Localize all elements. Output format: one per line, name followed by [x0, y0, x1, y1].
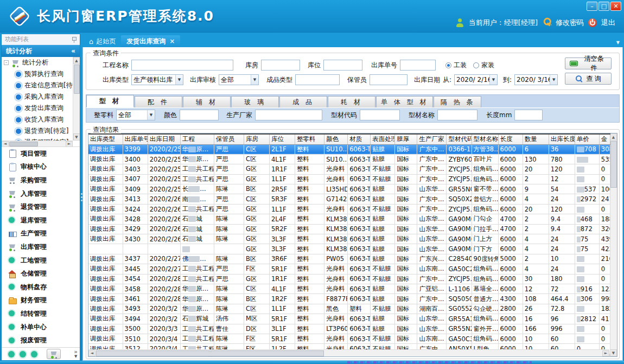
maximize-button[interactable]: □	[598, 2, 609, 11]
change-password-link[interactable]: 修改密码	[556, 18, 584, 28]
tree-item[interactable]: 退库管理[待定]	[2, 137, 73, 141]
table-row[interactable]: 调拨出库34452020/2/27工共工程严思F区5R1F整料光身料6063-T…	[88, 264, 610, 274]
material-tab[interactable]: 型 材	[86, 95, 134, 107]
material-tab[interactable]: 耗 材	[328, 96, 375, 107]
color-input[interactable]	[180, 110, 219, 120]
sidebar-item[interactable]: 报废管理	[2, 334, 80, 347]
expander-icon[interactable]: -	[4, 60, 9, 65]
column-header[interactable]: 颜色	[324, 134, 348, 144]
material-tab[interactable]: 隔 热 条	[434, 96, 481, 107]
group-dot-icon[interactable]	[20, 351, 26, 357]
table-row[interactable]: 调拨出库34292020/2/26石城陈琳G区5R2F整料KLM38176063…	[88, 224, 610, 234]
location-input[interactable]	[323, 60, 362, 71]
sidebar-item[interactable]: 财务管理	[2, 294, 80, 308]
scroll-thumb[interactable]	[96, 350, 324, 356]
table-row[interactable]: 调拨出库34072020/2/25工共工程严思G区1L1F整料光身料6063-T…	[88, 174, 610, 184]
sidebar-item[interactable]: 项目管理	[2, 147, 80, 161]
date-to-select[interactable]: 2020/ 3/16▼	[514, 74, 558, 85]
sidebar-item[interactable]: 工地管理	[2, 254, 80, 267]
group-dot-icon[interactable]	[31, 351, 37, 357]
table-row[interactable]: 调拨出库34372020/2/27佛…陈琳B区3R6F整料PW056063-T5…	[88, 254, 610, 264]
clear-conditions-button[interactable]: 清空条件	[565, 58, 612, 69]
sidebar-item[interactable]: 生产管理	[2, 227, 80, 241]
material-tab[interactable]: 辅 材	[183, 96, 231, 107]
scroll-thumb[interactable]	[610, 141, 617, 188]
table-row[interactable]: 调拨出库34032020/2/25工共工程严思G区1R1F整料光身料6063-T…	[88, 164, 610, 174]
column-header[interactable]: 型材代码	[447, 134, 472, 144]
tree-item[interactable]: 发货出库查询	[2, 103, 73, 114]
table-row[interactable]: 调拨出库35002020/3/3工共工程曹佳D区3L1F整料LT3P606063…	[88, 324, 610, 334]
radio-gongzhuang[interactable]: 工装	[445, 61, 467, 70]
sidebar-item[interactable]: 采购管理	[2, 174, 80, 187]
minimize-button[interactable]: –	[587, 2, 597, 11]
scroll-thumb[interactable]	[9, 142, 38, 146]
tree-item[interactable]: 预算执行查询	[2, 68, 73, 80]
profile-code-input[interactable]	[360, 110, 400, 120]
material-tab[interactable]: 成 品	[279, 96, 327, 107]
sidebar-item[interactable]: 退货管理	[2, 200, 80, 214]
sidebar-item[interactable]: 结转管理	[2, 307, 80, 321]
length-input[interactable]	[514, 110, 543, 120]
project-name-input[interactable]	[131, 60, 233, 71]
stats-group-header[interactable]: 统计分析 «	[2, 45, 80, 57]
column-header[interactable]: 库位	[269, 134, 295, 144]
order-no-input[interactable]	[400, 60, 436, 71]
scroll-left-icon[interactable]: ◄	[88, 350, 95, 356]
column-header[interactable]: 工程	[180, 134, 214, 144]
close-tab-icon[interactable]: ×	[169, 37, 175, 45]
material-tab[interactable]: 配 件	[135, 96, 182, 107]
table-row[interactable]: 调拨出库33992020/2/25华原…严思C区2L1F整料SU10…6063-…	[88, 144, 610, 154]
column-header[interactable]: 膜厚	[395, 134, 417, 144]
table-vertical-scrollbar[interactable]: ▲ ▼	[609, 133, 617, 356]
group-dot-icon[interactable]	[8, 351, 15, 357]
sidebar-item[interactable]: 入库管理	[2, 187, 80, 201]
scroll-right-icon[interactable]: ►	[66, 141, 73, 147]
material-tab[interactable]: 玻 璃	[231, 96, 279, 107]
table-row[interactable]: 调拨出库34282020/2/26石城陈琳G区2L4F整料KLM38176063…	[88, 214, 610, 224]
column-header[interactable]: 库房	[244, 134, 269, 144]
collapse-icon[interactable]: «	[71, 47, 75, 55]
column-header[interactable]: 整零料	[295, 134, 324, 144]
table-row[interactable]: G区3L3F整料KLM38176063-T5贴膜国标山东华…GA90M09…门下…	[88, 244, 610, 254]
scroll-up-icon[interactable]: ▲	[73, 57, 80, 64]
table-row[interactable]: 调拨出库34242020/2/26工共工程严思G区1L1F整料光身料6063-T…	[88, 204, 610, 214]
outbound-type-select[interactable]: 生产领料出库▼	[131, 74, 183, 85]
tree-vertical-scrollbar[interactable]: ▲ ▼	[73, 57, 80, 141]
sidebar-item[interactable]: 仓储管理	[2, 267, 80, 280]
logout-link[interactable]: 退出	[601, 18, 615, 28]
column-header[interactable]: 数量	[523, 134, 549, 144]
sidebar-item[interactable]: 物料盘存	[2, 280, 80, 294]
tree-item[interactable]: 采购入库查询	[2, 91, 73, 103]
scroll-up-icon[interactable]: ▲	[610, 133, 617, 141]
tab-shipment-query[interactable]: 发货出库查询 ×	[121, 35, 180, 47]
tab-overflow-icon[interactable]: ▼	[616, 40, 620, 45]
tree-item[interactable]: 在途信息查询[待	[2, 80, 73, 91]
column-header[interactable]: 出库单号	[123, 134, 148, 144]
scroll-thumb[interactable]	[74, 65, 80, 94]
tree-item[interactable]: 退货查询[待定]	[2, 125, 73, 137]
table-row[interactable]: 调拨出库34302020/2/26石城陈琳G区3L3F整料KLM38176063…	[88, 234, 610, 244]
table-row[interactable]: 调拨出库34002020/2/25华原…严思C区4L1F整料SU10…6063-…	[88, 154, 610, 164]
column-header[interactable]: 出库类型	[88, 134, 123, 144]
pin-icon[interactable]	[71, 36, 77, 43]
table-row[interactable]: 调拨出库34612020/2/28华原…陈琳B区1R2F整料F8877FT606…	[88, 294, 610, 304]
profile-name-input[interactable]	[437, 110, 477, 120]
column-header[interactable]: 表面处理	[371, 134, 395, 144]
column-header[interactable]: 出库长度	[549, 134, 575, 144]
date-from-select[interactable]: 2020/ 2/16▼	[454, 74, 498, 85]
sidebar-item[interactable]: 退库管理	[2, 214, 80, 227]
column-header[interactable]: 出库日期	[148, 134, 180, 144]
column-header[interactable]: 保管员	[214, 134, 244, 144]
audit-select[interactable]: 全部▼	[219, 74, 259, 85]
sidebar-item[interactable]: 审核中心	[2, 161, 80, 174]
search-button[interactable]: 查 询	[565, 73, 612, 85]
scroll-right-icon[interactable]: ►	[602, 350, 609, 356]
radio-jiazhuang[interactable]: 家装	[473, 61, 494, 70]
table-horizontal-scrollbar[interactable]: ◄ ►	[88, 349, 609, 356]
cart-shortcut-button[interactable]	[47, 349, 61, 359]
tree-item[interactable]: 收货入库查询	[2, 114, 73, 125]
table-row[interactable]: 调拨出库34582020/2/28华原…陈琳C区4L1F整料光身料6063-T5…	[88, 284, 610, 293]
whole-part-select[interactable]: 全部▼	[116, 110, 155, 120]
overflow-chevron[interactable]: »▼	[74, 349, 78, 359]
maker-input[interactable]	[255, 110, 322, 120]
